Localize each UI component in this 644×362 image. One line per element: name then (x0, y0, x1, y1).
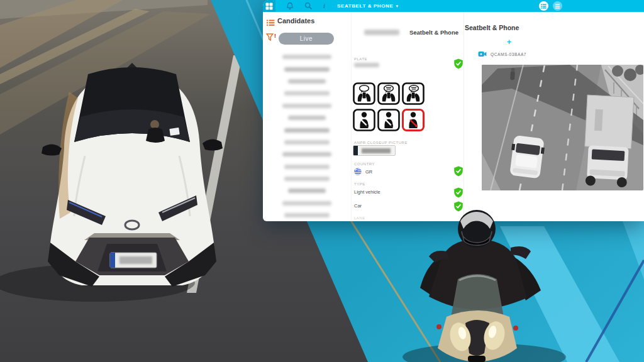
plate-eu-band (353, 146, 358, 155)
candidate-list (263, 51, 351, 221)
candidate-row-redacted[interactable] (263, 100, 351, 112)
camera-row[interactable]: QCAMS-03BAA7 (478, 51, 526, 57)
candidate-row-redacted[interactable] (263, 136, 351, 148)
live-button[interactable]: Live (279, 33, 334, 45)
country-value: GR (365, 169, 372, 175)
add-button[interactable]: + (507, 38, 511, 47)
module-title[interactable]: SEATBELT & PHONE (337, 3, 393, 9)
plate-confidence-shield-icon (453, 58, 464, 69)
candidate-row-redacted[interactable] (263, 197, 351, 209)
app-grid-button[interactable] (263, 0, 275, 12)
sidebar-title: Candidates (277, 17, 314, 25)
search-button[interactable] (304, 2, 313, 10)
detection-grid (353, 82, 427, 131)
candidate-row-redacted[interactable] (263, 209, 351, 221)
license-plate (110, 253, 157, 268)
candidates-list-icon (267, 18, 275, 29)
info-button[interactable]: i (323, 3, 325, 9)
anpr-label: ANPR CLOSEUP PICTURE (354, 141, 408, 145)
front-tire (468, 356, 486, 362)
record-type: Seatbelt & Phone (409, 29, 458, 36)
camera-panel: Seatbelt & Phone + QCAMS-03BAA7 (464, 12, 644, 221)
candidate-row-redacted[interactable] (263, 185, 351, 197)
turn-signal (513, 326, 518, 331)
camera-icon (478, 51, 487, 57)
filter-button[interactable]: ! (266, 33, 276, 41)
secondary-view-icon (555, 4, 560, 9)
lane-label: LANE (354, 216, 365, 220)
app-window: i SEATBELT & PHONE ▾ (263, 0, 644, 221)
candidate-row-redacted[interactable] (263, 87, 351, 99)
candidate-row-redacted[interactable] (263, 112, 351, 124)
motorcyclist (402, 202, 579, 362)
list-view-icon (541, 4, 547, 9)
app-topbar: i SEATBELT & PHONE ▾ (263, 0, 644, 12)
type-confidence-shield-icon (453, 187, 464, 198)
detail-panel: Seatbelt & Phone PLATE (351, 12, 464, 221)
type-label: TYPE (354, 182, 365, 186)
type-value-car: Car (354, 203, 362, 209)
seatbelt-icon (353, 109, 375, 131)
bell-icon (286, 2, 294, 10)
camera-snapshot-scene (482, 65, 643, 190)
driver-face (150, 120, 159, 129)
plate-value-redacted (354, 63, 379, 67)
notifications-button[interactable] (286, 2, 294, 10)
candidate-row-redacted[interactable] (263, 161, 351, 173)
candidate-row-redacted[interactable] (263, 148, 351, 160)
box-truck (582, 95, 633, 188)
country-confidence-shield-icon (453, 166, 464, 177)
filter-funnel-icon (266, 33, 274, 41)
list-view-button[interactable] (539, 1, 548, 11)
windshield-sticker (169, 128, 179, 136)
white-hatchback (508, 135, 545, 179)
seatbelt-violation-icon (402, 109, 425, 131)
filter-alert-badge: ! (274, 33, 276, 39)
chevron-down-icon[interactable]: ▾ (396, 4, 398, 9)
camera-snapshot[interactable] (482, 65, 643, 190)
camera-panel-title: Seatbelt & Phone (465, 24, 519, 31)
country-label: COUNTRY (354, 162, 375, 166)
app-grid-icon (265, 3, 273, 10)
candidates-sidebar: Candidates ! Live (263, 12, 351, 221)
phone-use-icon (377, 82, 400, 105)
type-value-light-vehicle: Light vehicle (354, 189, 380, 195)
candidate-row-redacted[interactable] (263, 75, 351, 87)
candidate-row-redacted[interactable] (263, 63, 351, 75)
search-icon (304, 2, 313, 10)
phone-use-icon (402, 82, 425, 105)
screenshot-root: i SEATBELT & PHONE ▾ (0, 0, 644, 362)
plate-closeup-redacted (362, 148, 391, 153)
candidate-row-redacted[interactable] (263, 124, 351, 136)
phone-use-icon (353, 82, 375, 105)
candidate-row-redacted[interactable] (263, 173, 351, 185)
driver-body (146, 128, 165, 143)
camera-id: QCAMS-03BAA7 (491, 52, 526, 57)
plate-label: PLATE (354, 57, 367, 61)
turn-signal (436, 324, 441, 329)
greece-flag-icon (354, 168, 362, 175)
seatbelt-icon (377, 109, 400, 131)
anpr-closeup-image (353, 145, 396, 156)
record-id-redacted (364, 30, 399, 35)
candidate-row-redacted[interactable] (263, 51, 351, 63)
secondary-view-button[interactable] (553, 1, 562, 11)
